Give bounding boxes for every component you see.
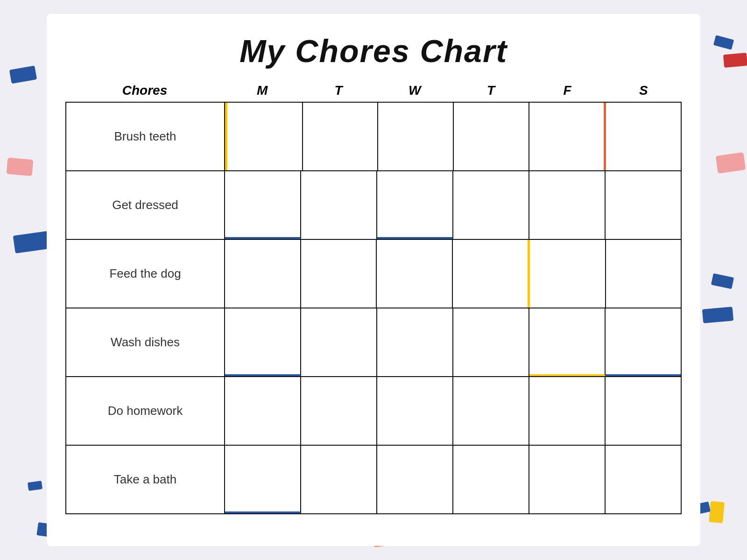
chores-column-header: Chores: [65, 83, 224, 98]
day-header-m: M: [224, 83, 300, 98]
cell-take-bath-w[interactable]: [377, 446, 453, 513]
cell-do-homework-f[interactable]: [529, 377, 606, 445]
day-cells-feed-dog: [225, 240, 681, 308]
cell-feed-dog-t[interactable]: [301, 240, 377, 308]
cell-feed-dog-s[interactable]: [606, 240, 681, 308]
decoration-blue-top-left: [9, 65, 37, 84]
decoration-red-top-right: [723, 53, 747, 68]
cell-brush-teeth-s[interactable]: [606, 103, 681, 170]
cell-do-homework-t[interactable]: [301, 377, 377, 445]
day-header-w: W: [377, 83, 453, 98]
day-header-t1: T: [300, 83, 376, 98]
chart-title: My Chores Chart: [65, 33, 682, 69]
chore-row-feed-dog: Feed the dog: [65, 239, 682, 308]
cell-wash-dishes-t[interactable]: [301, 308, 377, 376]
day-cells-wash-dishes: [225, 308, 681, 376]
chore-name-take-bath: Take a bath: [66, 446, 225, 513]
chore-name-brush-teeth: Brush teeth: [66, 103, 225, 170]
days-header: M T W T F S: [224, 83, 682, 98]
decoration-blue-mid-right: [711, 273, 734, 289]
cell-take-bath-th[interactable]: [453, 446, 529, 513]
chore-name-feed-dog: Feed the dog: [66, 240, 225, 308]
cell-wash-dishes-th[interactable]: [453, 308, 529, 376]
chore-row-take-bath: Take a bath: [65, 445, 682, 514]
cell-do-homework-s[interactable]: [606, 377, 681, 445]
cell-brush-teeth-m[interactable]: [225, 103, 303, 170]
day-header-t2: T: [453, 83, 529, 98]
cell-wash-dishes-m[interactable]: [225, 308, 301, 376]
cell-get-dressed-s[interactable]: [606, 171, 681, 239]
day-header-s: S: [606, 83, 682, 98]
day-cells-brush-teeth: [225, 103, 681, 170]
cell-feed-dog-th[interactable]: [453, 240, 530, 308]
day-header-f: F: [529, 83, 605, 98]
cell-wash-dishes-f[interactable]: [529, 308, 606, 376]
day-cells-do-homework: [225, 377, 681, 445]
decoration-blue-lower-right: [702, 307, 733, 323]
cell-feed-dog-m[interactable]: [225, 240, 301, 308]
cell-brush-teeth-t[interactable]: [303, 103, 379, 170]
day-cells-get-dressed: [225, 171, 681, 239]
cell-get-dressed-m[interactable]: [225, 171, 301, 239]
page-content: My Chores Chart Chores M T W T F S Brush…: [47, 14, 700, 546]
cell-wash-dishes-w[interactable]: [377, 308, 453, 376]
cell-brush-teeth-w[interactable]: [378, 103, 454, 170]
decoration-blue-top-right: [713, 35, 734, 50]
cell-do-homework-th[interactable]: [453, 377, 529, 445]
decoration-blue-lower-left: [28, 481, 42, 491]
cell-take-bath-m[interactable]: [225, 446, 301, 513]
day-cells-take-bath: [225, 446, 681, 513]
chore-row-do-homework: Do homework: [65, 376, 682, 445]
cell-feed-dog-w[interactable]: [377, 240, 453, 308]
chore-name-wash-dishes: Wash dishes: [66, 308, 225, 376]
decoration-pink-right: [716, 152, 746, 174]
decoration-yellow-lower-right: [709, 501, 725, 523]
decoration-blue-mid-left: [13, 231, 50, 253]
cell-feed-dog-f[interactable]: [530, 240, 606, 308]
cell-do-homework-w[interactable]: [377, 377, 453, 445]
chore-row-wash-dishes: Wash dishes: [65, 308, 682, 376]
table-header: Chores M T W T F S: [65, 83, 682, 102]
cell-get-dressed-f[interactable]: [529, 171, 606, 239]
chore-name-do-homework: Do homework: [66, 377, 225, 445]
title-area: My Chores Chart: [65, 23, 682, 83]
cell-wash-dishes-s[interactable]: [606, 308, 681, 376]
chore-row-get-dressed: Get dressed: [65, 170, 682, 239]
cell-brush-teeth-f[interactable]: [529, 103, 606, 170]
chore-row-brush-teeth: Brush teeth: [65, 102, 682, 170]
cell-take-bath-s[interactable]: [606, 446, 681, 513]
cell-take-bath-f[interactable]: [529, 446, 606, 513]
cell-brush-teeth-th[interactable]: [454, 103, 529, 170]
cell-get-dressed-t[interactable]: [301, 171, 377, 239]
cell-get-dressed-w[interactable]: [377, 171, 453, 239]
cell-take-bath-t[interactable]: [301, 446, 377, 513]
cell-do-homework-m[interactable]: [225, 377, 301, 445]
chore-name-get-dressed: Get dressed: [66, 171, 225, 239]
decoration-pink-left: [7, 158, 34, 176]
cell-get-dressed-th[interactable]: [453, 171, 529, 239]
